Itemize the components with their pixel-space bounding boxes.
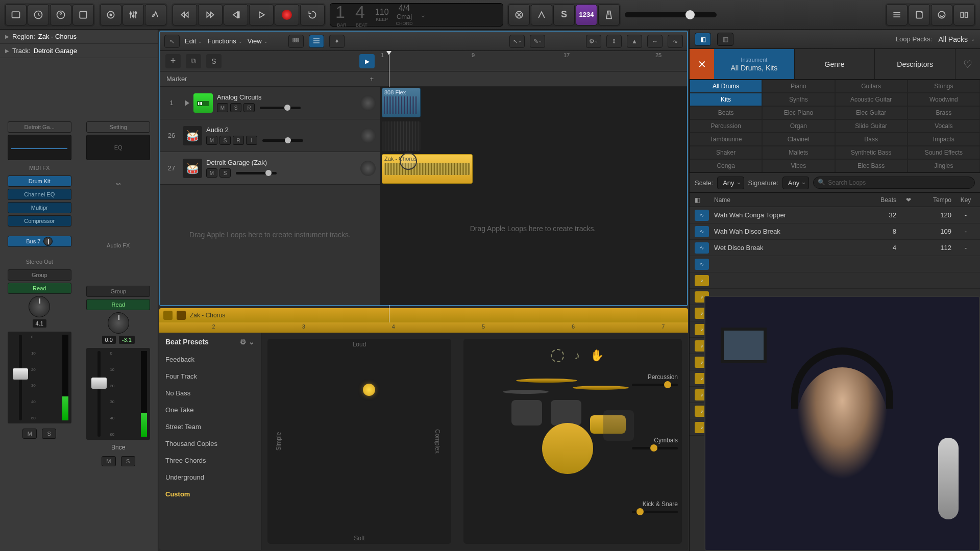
tom-icon[interactable]: [551, 400, 581, 425]
cycle-icon[interactable]: [300, 4, 325, 26]
tool-left-icon[interactable]: ↖⌄: [509, 35, 525, 48]
preset-item[interactable]: Feedback: [159, 351, 261, 368]
smart-controls-icon[interactable]: [100, 4, 121, 26]
flex-icon[interactable]: ✦: [329, 35, 345, 48]
tambourine-icon[interactable]: [551, 349, 564, 362]
view-menu[interactable]: View⌄: [248, 37, 268, 45]
track-volume-slider[interactable]: [236, 172, 277, 174]
tag-button[interactable]: Mallets: [762, 146, 835, 159]
tool-right-icon[interactable]: ✎⌄: [530, 35, 545, 48]
loop-view-column-icon[interactable]: ▥: [717, 33, 733, 46]
instrument-tab[interactable]: Instrument All Drums, Kits: [714, 49, 795, 79]
track-view-icon[interactable]: [309, 35, 324, 48]
catch-playhead-icon[interactable]: ▸: [359, 54, 375, 68]
disclosure-triangle-icon[interactable]: ▶: [5, 48, 9, 54]
lcd-chevron-icon[interactable]: ⌄: [420, 11, 426, 19]
tag-button[interactable]: Organ: [762, 119, 835, 133]
count-in-button[interactable]: 1234: [576, 4, 597, 26]
lcd-display[interactable]: 1BAR 4BEAT 110KEEP 4/4CmajCHORD ⌄: [330, 3, 503, 27]
loop-view-button-icon[interactable]: ◧: [695, 33, 711, 46]
pan-knob[interactable]: [108, 312, 129, 334]
tag-button[interactable]: Guitars: [835, 80, 908, 93]
loop-item[interactable]: ∿ Wah Wah Disco Break 8 109 -: [690, 223, 980, 240]
audiofx-slot[interactable]: Compressor: [8, 215, 71, 227]
inspector-icon[interactable]: [28, 4, 49, 26]
loop-item[interactable]: ∿: [690, 256, 980, 272]
audiofx-slot[interactable]: Channel EQ: [8, 189, 71, 200]
rewind-icon[interactable]: [173, 4, 197, 26]
loop-item[interactable]: ∿ Wet Disco Break 4 112 -: [690, 240, 980, 256]
pointer-tool-icon[interactable]: ↖: [164, 35, 180, 48]
track-header[interactable]: 26 🥁 Audio 2 M S R I: [160, 119, 380, 152]
drummer-ruler[interactable]: 2 3 4 5 6 7: [159, 322, 688, 333]
notepad-icon[interactable]: [909, 4, 930, 26]
tag-button[interactable]: Impacts: [908, 133, 980, 146]
media-browser-icon[interactable]: [953, 4, 975, 26]
tag-button[interactable]: Woodwind: [908, 93, 980, 106]
track-pan-knob[interactable]: [360, 128, 376, 143]
instrument-slot[interactable]: Drum Kit: [8, 176, 71, 187]
cymbals-slider[interactable]: [632, 447, 678, 449]
tag-button[interactable]: Tambourine: [690, 133, 762, 146]
preset-item[interactable]: No Bass: [159, 385, 261, 402]
track-volume-slider[interactable]: [260, 107, 301, 109]
solo-button[interactable]: S: [121, 456, 135, 466]
tag-button[interactable]: Bass: [835, 133, 908, 146]
tag-button[interactable]: Strings: [908, 80, 980, 93]
xy-pad[interactable]: Loud Soft Simple Complex: [267, 339, 451, 544]
mute-button[interactable]: M: [217, 103, 228, 112]
track-regions[interactable]: 808 Flex Zak - Chorus Drag Apple Loops h…: [380, 87, 687, 305]
toolbar-icon[interactable]: [72, 4, 94, 26]
list-editors-icon[interactable]: [886, 4, 908, 26]
tag-button[interactable]: Shaker: [690, 146, 762, 159]
tag-button[interactable]: Synths: [762, 93, 835, 106]
synth-icon[interactable]: [193, 93, 213, 113]
solo-button[interactable]: S: [42, 429, 56, 439]
eq-thumbnail[interactable]: EQ: [86, 135, 150, 160]
kick-icon[interactable]: [542, 423, 593, 474]
loop-item[interactable]: ∿ Wah Wah Conga Topper 32 120 -: [690, 207, 980, 223]
audiofx-slot[interactable]: Multipr: [8, 202, 71, 213]
group-slot[interactable]: Group: [86, 286, 150, 297]
preset-item[interactable]: Street Team: [159, 418, 261, 435]
zoom-vertical-icon[interactable]: ▲: [627, 35, 642, 48]
waveform-zoom-icon[interactable]: ∿: [668, 35, 683, 48]
replace-icon[interactable]: [508, 4, 530, 26]
favorite-column-icon[interactable]: ❤: [901, 196, 916, 204]
tag-button[interactable]: Vocals: [908, 119, 980, 133]
edit-menu[interactable]: Edit⌄: [185, 37, 202, 45]
descriptors-tab[interactable]: Descriptors: [875, 49, 955, 79]
tag-button[interactable]: Synthetic Bass: [835, 146, 908, 159]
volume-fader[interactable]: 01020304060: [86, 348, 150, 440]
mixer-icon[interactable]: [122, 4, 144, 26]
record-enable-button[interactable]: R: [233, 136, 244, 145]
bar-ruler[interactable]: 1 9 17 25: [380, 51, 687, 71]
tag-button[interactable]: Elec Piano: [762, 106, 835, 119]
solo-button[interactable]: S: [219, 136, 231, 145]
drummer-region[interactable]: Zak - Chorus: [382, 154, 473, 184]
track-pan-knob[interactable]: [360, 95, 376, 111]
presets-gear-icon[interactable]: ⚙ ⌄: [240, 338, 255, 346]
pan-knob[interactable]: [29, 296, 50, 317]
scale-select[interactable]: Any: [717, 177, 744, 189]
master-volume-slider[interactable]: [625, 12, 717, 17]
drums-icon[interactable]: 🥁: [183, 126, 202, 145]
preset-item[interactable]: Custom: [159, 486, 261, 503]
tag-button[interactable]: Piano: [762, 80, 835, 93]
group-slot[interactable]: Group: [8, 269, 71, 281]
favorites-icon[interactable]: ♡: [955, 49, 980, 79]
input-monitor-button[interactable]: I: [246, 136, 257, 145]
loop-search-input[interactable]: Search Loops: [813, 177, 975, 189]
duplicate-track-icon[interactable]: ⧉: [186, 54, 201, 68]
kicksnare-slider[interactable]: [632, 511, 678, 513]
tag-button[interactable]: Kits: [690, 93, 762, 106]
automation-mode[interactable]: Read: [8, 283, 71, 294]
solo-button[interactable]: S: [219, 168, 231, 178]
loop-browser-icon[interactable]: [931, 4, 952, 26]
preset-item[interactable]: One Take: [159, 402, 261, 418]
mute-button[interactable]: M: [206, 168, 217, 178]
tag-button[interactable]: Brass: [908, 106, 980, 119]
forward-icon[interactable]: [198, 4, 223, 26]
functions-menu[interactable]: Functions⌄: [207, 37, 242, 45]
tag-button[interactable]: Elec Bass: [835, 159, 908, 172]
